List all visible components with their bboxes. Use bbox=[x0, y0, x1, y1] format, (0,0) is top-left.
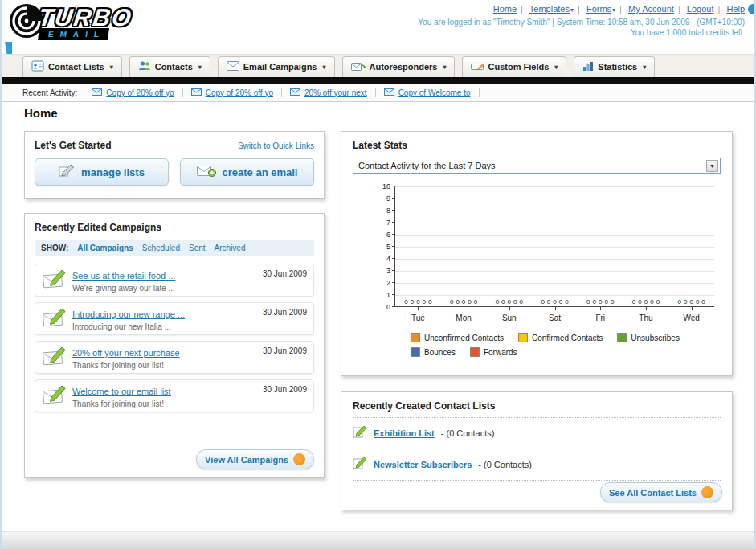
switch-quick-links-link[interactable]: Switch to Quick Links bbox=[238, 141, 314, 150]
link-my-account[interactable]: My Account bbox=[628, 4, 674, 14]
legend-label: Unsubscribes bbox=[631, 334, 680, 342]
recent-activity-link[interactable]: Copy of 20% off yo bbox=[106, 88, 174, 97]
stats-title: Latest Stats bbox=[353, 140, 721, 151]
tab-label: Contact Lists bbox=[48, 62, 104, 72]
chevron-down-icon: ▾ bbox=[570, 6, 574, 14]
divider bbox=[353, 480, 721, 481]
manage-lists-button[interactable]: manage lists bbox=[35, 158, 169, 186]
legend-item: Unsubscribes bbox=[617, 333, 680, 342]
chevron-down-icon: ▾ bbox=[554, 64, 558, 71]
tab-contact-lists[interactable]: Contact Lists ▾ bbox=[22, 56, 122, 77]
separator: | bbox=[717, 4, 720, 14]
contacts-icon bbox=[138, 60, 151, 73]
recent-activity-label: Recent Activity: bbox=[22, 88, 77, 97]
stats-period-dropdown[interactable]: Contact Activity for the Last 7 Days ▼ bbox=[353, 158, 721, 174]
link-forms[interactable]: Forms bbox=[586, 4, 611, 14]
campaign-title-link[interactable]: Welcome to our email list bbox=[72, 387, 171, 396]
tab-email-campaigns[interactable]: Email Campaigns ▾ bbox=[218, 56, 335, 77]
get-started-title: Let's Get Started bbox=[35, 140, 112, 151]
corner-dot-decoration bbox=[748, 4, 756, 14]
separator: | bbox=[619, 4, 622, 14]
tab-label: Email Campaigns bbox=[243, 62, 317, 72]
logo-title: TURBO bbox=[37, 6, 134, 30]
filter-all-campaigns[interactable]: All Campaigns bbox=[77, 244, 133, 252]
link-help[interactable]: Help bbox=[726, 4, 745, 14]
app-logo: TURBO EMAIL bbox=[8, 2, 133, 43]
envelope-icon bbox=[290, 88, 300, 97]
recent-activity-link[interactable]: 20% off your next bbox=[304, 88, 367, 97]
campaign-title-link[interactable]: See us at the retail food ... bbox=[72, 271, 175, 281]
envelope-icon bbox=[227, 61, 239, 72]
recent-activity-item[interactable]: Copy of Welcome to bbox=[376, 88, 480, 97]
separator: | bbox=[578, 4, 580, 14]
campaign-date: 30 Jun 2009 bbox=[263, 346, 307, 355]
tab-custom-fields[interactable]: Custom Fields ▾ bbox=[462, 56, 566, 77]
stats-period-value: Contact Activity for the Last 7 Days bbox=[358, 161, 496, 170]
filter-sent[interactable]: Sent bbox=[189, 244, 206, 252]
arrow-right-icon: → bbox=[293, 453, 305, 465]
recent-activity-item[interactable]: Copy of 20% off yo bbox=[84, 88, 182, 97]
campaign-list: See us at the retail food ... We're givi… bbox=[35, 264, 314, 412]
tab-label: Statistics bbox=[598, 62, 637, 72]
contact-list-link[interactable]: Newsletter Subscribers bbox=[374, 460, 472, 469]
campaign-subtitle: We're giving away our late ... bbox=[72, 284, 263, 293]
tab-statistics[interactable]: Statistics ▾ bbox=[574, 56, 655, 77]
chart-y-axis: 012345678910 bbox=[377, 186, 393, 307]
campaign-date: 30 Jun 2009 bbox=[263, 308, 307, 317]
envelope-pencil-icon bbox=[42, 345, 72, 370]
divider bbox=[353, 449, 721, 449]
campaign-row: Welcome to our email list Thanks for joi… bbox=[35, 379, 314, 412]
create-email-button[interactable]: create an email bbox=[180, 158, 314, 186]
link-home[interactable]: Home bbox=[493, 4, 517, 14]
tab-contacts[interactable]: Contacts ▾ bbox=[129, 56, 210, 77]
campaign-row: 20% off your next purchase Thanks for jo… bbox=[35, 341, 314, 374]
tab-label: Contacts bbox=[155, 62, 193, 72]
filter-archived[interactable]: Archived bbox=[215, 244, 246, 252]
contact-list-row: Newsletter Subscribers - (0 Contacts) bbox=[353, 455, 721, 474]
campaigns-title: Recently Edited Campaigns bbox=[35, 222, 314, 233]
legend-label: Bounces bbox=[424, 348, 456, 357]
campaign-title-link[interactable]: Introducing our new range ... bbox=[72, 309, 185, 319]
recent-campaigns-panel: Recently Edited Campaigns SHOW: All Camp… bbox=[24, 213, 325, 478]
contact-list-count: - (0 Contacts) bbox=[441, 428, 495, 438]
envelope-icon bbox=[92, 88, 102, 97]
link-logout[interactable]: Logout bbox=[687, 4, 714, 14]
tab-label: Autoresponders bbox=[370, 62, 438, 72]
legend-swatch bbox=[617, 333, 627, 342]
contact-list-link[interactable]: Exhibition List bbox=[374, 428, 435, 438]
chart-legend: Unconfirmed Contacts Confirmed Contacts … bbox=[411, 333, 692, 357]
recent-activity-item[interactable]: 20% off your next bbox=[282, 88, 376, 97]
arrow-right-icon: → bbox=[701, 486, 713, 498]
recent-activity-link[interactable]: Copy of Welcome to bbox=[398, 88, 471, 97]
legend-item: Unconfirmed Contacts bbox=[411, 333, 504, 342]
contact-lists-title: Recently Created Contact Lists bbox=[353, 400, 721, 412]
contact-lists-icon bbox=[31, 60, 44, 73]
header-links: Home| Templates▾| Forms▾| My Account| Lo… bbox=[493, 4, 745, 14]
filter-scheduled[interactable]: Scheduled bbox=[142, 244, 180, 252]
envelope-pencil-icon bbox=[42, 268, 72, 293]
view-all-campaigns-button[interactable]: View All Campaigns → bbox=[196, 449, 314, 469]
campaign-subtitle: Introducing our new Italia ... bbox=[72, 322, 263, 331]
pencil-paper-icon bbox=[353, 457, 367, 473]
pencil-paper-icon bbox=[353, 425, 367, 441]
legend-item: Forwards bbox=[470, 347, 517, 357]
recent-activity-item[interactable]: Copy of 20% off yo bbox=[183, 88, 282, 97]
tab-autoresponders[interactable]: Autoresponders ▾ bbox=[342, 56, 456, 77]
header: TURBO EMAIL Home| Templates▾| Forms▾| My… bbox=[2, 0, 754, 53]
link-templates[interactable]: Templates bbox=[529, 4, 570, 14]
campaign-date: 30 Jun 2009 bbox=[263, 269, 307, 278]
legend-swatch bbox=[411, 347, 420, 357]
logo-subtitle: EMAIL bbox=[38, 28, 109, 40]
see-all-contact-lists-label: See All Contact Lists bbox=[609, 488, 697, 498]
legend-swatch bbox=[411, 333, 420, 342]
recent-activity-link[interactable]: Copy of 20% off yo bbox=[206, 88, 273, 97]
campaign-title-link[interactable]: 20% off your next purchase bbox=[72, 348, 180, 358]
see-all-contact-lists-button[interactable]: See All Contact Lists → bbox=[600, 482, 722, 502]
dropdown-arrow-icon: ▼ bbox=[706, 160, 718, 172]
view-all-campaigns-label: View All Campaigns bbox=[205, 455, 288, 465]
chevron-down-icon: ▾ bbox=[443, 64, 446, 71]
create-email-label: create an email bbox=[223, 166, 298, 178]
separator: | bbox=[678, 4, 680, 14]
chevron-down-icon: ▾ bbox=[643, 64, 646, 71]
contact-list-row: Exhibition List - (0 Contacts) bbox=[353, 424, 721, 443]
